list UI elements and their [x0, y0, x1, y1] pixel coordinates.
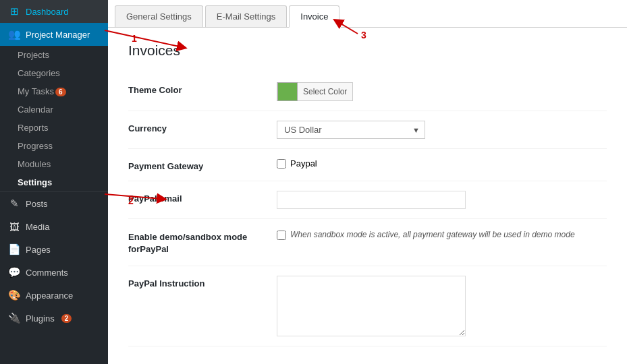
- theme-color-label: Theme Color: [128, 82, 277, 95]
- sidebar-label-media: Media: [26, 222, 49, 232]
- invoice-content: Invoices Theme Color Select Color Curren…: [108, 28, 627, 364]
- main-content: General Settings E-Mail Settings Invoice…: [108, 0, 627, 364]
- paypal-email-input[interactable]: [277, 191, 466, 209]
- paypal-email-label: PayPal email: [128, 191, 277, 204]
- project-manager-submenu: Projects Categories My Tasks6 Calendar R…: [0, 46, 108, 191]
- payment-gateway-field: Paypal: [277, 158, 607, 169]
- sidebar: ⊞ Dashboard 👥 Project Manager Projects C…: [0, 0, 108, 364]
- form-row-paypal-instruction: PayPal Instruction: [128, 266, 607, 346]
- paypal-instruction-label: PayPal Instruction: [128, 276, 277, 289]
- currency-select[interactable]: US Dollar Euro British Pound Canadian Do…: [277, 121, 425, 139]
- paypal-checkbox[interactable]: [277, 159, 286, 169]
- my-tasks-badge: 6: [55, 88, 66, 96]
- tab-email[interactable]: E-Mail Settings: [205, 5, 287, 27]
- paypal-checkbox-label: Paypal: [290, 158, 317, 169]
- theme-color-field: Select Color: [277, 82, 607, 101]
- paypal-checkbox-field: Paypal: [277, 158, 317, 169]
- tab-invoice[interactable]: Invoice: [289, 5, 339, 28]
- paypal-instruction-field: [277, 276, 607, 336]
- sidebar-label-plugins: Plugins: [26, 313, 55, 324]
- sidebar-item-calendar[interactable]: Calendar: [0, 100, 108, 119]
- sidebar-item-dashboard[interactable]: ⊞ Dashboard: [0, 0, 108, 23]
- sidebar-item-progress[interactable]: Progress: [0, 137, 108, 155]
- sidebar-item-plugins[interactable]: 🔌 Plugins 2: [0, 307, 108, 330]
- sidebar-item-categories[interactable]: Categories: [0, 64, 108, 82]
- sidebar-item-label: Dashboard: [26, 7, 69, 17]
- pages-icon: 📄: [8, 243, 20, 255]
- page-title: Invoices: [128, 41, 607, 59]
- sandbox-checkbox[interactable]: [277, 231, 286, 240]
- sidebar-section-wp: ✎ Posts 🖼 Media 📄 Pages 💬 Comments 🎨 App…: [0, 191, 108, 330]
- currency-field: US Dollar Euro British Pound Canadian Do…: [277, 121, 607, 139]
- sidebar-item-pages[interactable]: 📄 Pages: [0, 238, 108, 261]
- sidebar-item-settings[interactable]: Settings: [0, 173, 108, 191]
- sidebar-item-my-tasks[interactable]: My Tasks6: [0, 82, 108, 100]
- sidebar-item-modules[interactable]: Modules: [0, 155, 108, 173]
- sidebar-label-comments: Comments: [26, 268, 68, 278]
- sidebar-item-label: Project Manager: [26, 30, 90, 40]
- form-row-paypal-email: PayPal email: [128, 181, 607, 219]
- sidebar-item-comments[interactable]: 💬 Comments: [0, 261, 108, 284]
- media-icon: 🖼: [8, 220, 20, 233]
- tab-general[interactable]: General Settings: [115, 5, 203, 27]
- dashboard-icon: ⊞: [8, 5, 20, 18]
- sidebar-item-posts[interactable]: ✎ Posts: [0, 192, 108, 215]
- currency-select-wrapper: US Dollar Euro British Pound Canadian Do…: [277, 121, 425, 139]
- sidebar-item-appearance[interactable]: 🎨 Appearance: [0, 284, 108, 307]
- sidebar-label-posts: Posts: [26, 199, 48, 209]
- currency-label: Currency: [128, 121, 277, 133]
- payment-gateway-label: Payment Gateway: [128, 158, 277, 171]
- color-swatch: [277, 82, 298, 101]
- sidebar-item-project-manager[interactable]: 👥 Project Manager: [0, 23, 108, 46]
- appearance-icon: 🎨: [8, 289, 20, 301]
- posts-icon: ✎: [8, 198, 20, 210]
- plugins-icon: 🔌: [8, 312, 20, 324]
- paypal-instruction-textarea[interactable]: [277, 276, 466, 336]
- form-row-theme-color: Theme Color Select Color: [128, 73, 607, 111]
- color-picker-button[interactable]: Select Color: [277, 82, 353, 101]
- sandbox-field: When sandbox mode is active, all payment…: [277, 229, 607, 240]
- sidebar-label-pages: Pages: [26, 245, 51, 255]
- sandbox-label: Enable demo/sandbox mode forPayPal: [128, 229, 277, 255]
- form-row-payment-gateway: Payment Gateway Paypal: [128, 149, 607, 181]
- form-row-sandbox: Enable demo/sandbox mode forPayPal When …: [128, 219, 607, 266]
- sandbox-note: When sandbox mode is active, all payment…: [290, 230, 575, 239]
- sidebar-label-appearance: Appearance: [26, 291, 73, 301]
- sidebar-item-media[interactable]: 🖼 Media: [0, 215, 108, 238]
- comments-icon: 💬: [8, 266, 20, 278]
- form-row-currency: Currency US Dollar Euro British Pound Ca…: [128, 111, 607, 149]
- plugins-badge: 2: [61, 314, 72, 323]
- select-color-label: Select Color: [298, 82, 352, 101]
- sidebar-item-projects[interactable]: Projects: [0, 46, 108, 64]
- project-manager-icon: 👥: [8, 28, 20, 40]
- sidebar-item-reports[interactable]: Reports: [0, 119, 108, 137]
- paypal-email-field: [277, 191, 607, 209]
- settings-tabs: General Settings E-Mail Settings Invoice: [108, 0, 627, 28]
